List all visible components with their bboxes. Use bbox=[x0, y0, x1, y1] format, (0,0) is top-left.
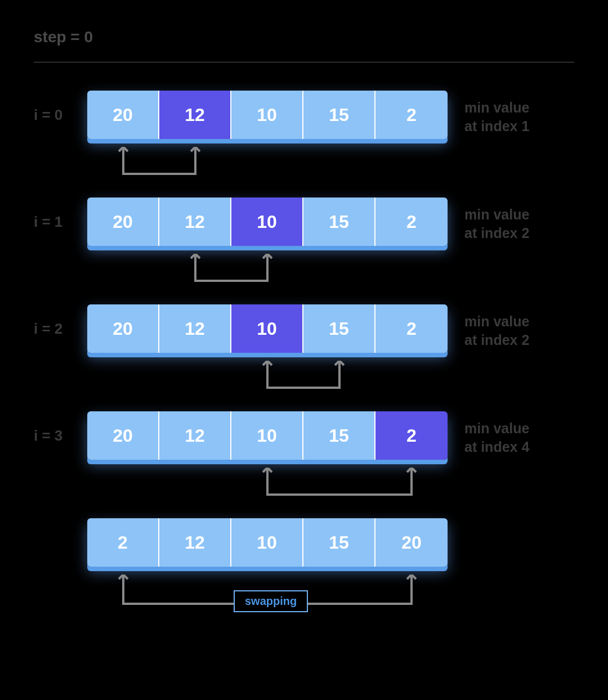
array-cell: 10 bbox=[231, 518, 303, 567]
array-cell: 10 bbox=[231, 91, 303, 139]
array-cell: 12 bbox=[159, 518, 231, 567]
array-cell: 20 bbox=[87, 198, 159, 246]
array-wrap: 201210152 bbox=[87, 91, 448, 139]
array-cell: 2 bbox=[87, 518, 159, 567]
array-cell: 2 bbox=[375, 198, 448, 246]
iteration-row: i = 1201210152min valueat index 2 bbox=[34, 198, 574, 299]
array-wrap: 212101520swapping bbox=[87, 518, 448, 567]
iteration-index-label: i = 3 bbox=[34, 411, 87, 445]
compare-bracket bbox=[87, 254, 448, 292]
min-value-note: min valueat index 4 bbox=[464, 411, 529, 456]
array-cell: 15 bbox=[303, 518, 375, 567]
array-cell: 12 bbox=[159, 198, 231, 246]
array: 201210152 bbox=[87, 304, 448, 353]
array-cell: 10 bbox=[231, 411, 303, 460]
array-cell: 20 bbox=[87, 91, 159, 139]
array-cell: 15 bbox=[303, 304, 375, 353]
array-cell: 15 bbox=[303, 411, 375, 460]
array-cell: 20 bbox=[87, 304, 159, 353]
array-cell: 12 bbox=[159, 411, 231, 460]
compare-bracket bbox=[87, 147, 448, 185]
array: 201210152 bbox=[87, 198, 448, 246]
array-cell: 10 bbox=[231, 304, 303, 353]
min-value-note: min valueat index 1 bbox=[464, 91, 529, 135]
array: 201210152 bbox=[87, 91, 448, 139]
final-row: 212101520swapping bbox=[34, 518, 574, 631]
array-cell: 10 bbox=[231, 198, 303, 246]
iteration-index-label: i = 2 bbox=[34, 304, 87, 338]
min-value-note: min valueat index 2 bbox=[464, 304, 529, 349]
min-value-note: min valueat index 2 bbox=[464, 198, 529, 242]
array-cell: 12 bbox=[159, 91, 231, 139]
step-label: step = 0 bbox=[34, 28, 574, 46]
array-wrap: 201210152 bbox=[87, 198, 448, 246]
array-cell: 15 bbox=[303, 91, 375, 139]
array-wrap: 201210152 bbox=[87, 304, 448, 353]
iteration-row: i = 3201210152min valueat index 4 bbox=[34, 411, 574, 513]
iteration-row: i = 2201210152min valueat index 2 bbox=[34, 304, 574, 406]
divider bbox=[34, 62, 574, 62]
iteration-row: i = 0201210152min valueat index 1 bbox=[34, 91, 574, 192]
array-cell: 12 bbox=[159, 304, 231, 353]
iteration-index-label bbox=[34, 518, 87, 534]
iteration-index-label: i = 1 bbox=[34, 198, 87, 231]
compare-bracket bbox=[87, 468, 448, 506]
array-cell: 2 bbox=[375, 304, 448, 353]
array: 201210152 bbox=[87, 411, 448, 460]
array-cell: 2 bbox=[375, 91, 448, 139]
array-cell: 20 bbox=[87, 411, 159, 460]
iteration-index-label: i = 0 bbox=[34, 91, 87, 124]
array-wrap: 201210152 bbox=[87, 411, 448, 460]
array-cell: 15 bbox=[303, 198, 375, 246]
array: 212101520 bbox=[87, 518, 448, 567]
swapping-label: swapping bbox=[234, 590, 308, 612]
array-cell: 2 bbox=[375, 411, 448, 460]
rows-container: i = 0201210152min valueat index 1i = 120… bbox=[34, 91, 574, 631]
compare-bracket bbox=[87, 361, 448, 399]
array-cell: 20 bbox=[375, 518, 448, 567]
